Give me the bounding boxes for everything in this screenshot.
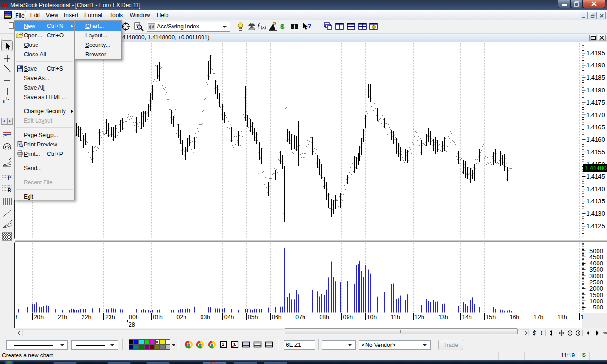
svg-text:02h: 02h	[177, 314, 187, 320]
svg-text:12h: 12h	[414, 314, 424, 320]
svg-text:09h: 09h	[343, 314, 353, 320]
svg-text:I: I	[541, 330, 543, 336]
svg-text:1.4185: 1.4185	[586, 74, 605, 81]
svg-text:1.41480: 1.41480	[585, 165, 607, 172]
svg-text:16h: 16h	[510, 314, 520, 320]
svg-text:08h: 08h	[319, 314, 329, 320]
svg-text:1.4135: 1.4135	[586, 198, 605, 205]
svg-text:20h: 20h	[34, 314, 44, 320]
svg-text:06h: 06h	[272, 314, 282, 320]
svg-text:(x): (x)	[261, 25, 266, 30]
svg-text:22h: 22h	[82, 314, 92, 320]
svg-text:1.4190: 1.4190	[586, 62, 605, 69]
svg-text:11h: 11h	[391, 314, 400, 320]
svg-text:1.4130: 1.4130	[586, 210, 605, 217]
svg-text:15h: 15h	[486, 314, 496, 320]
svg-text:1.4140: 1.4140	[586, 185, 605, 192]
svg-text:h: h	[16, 314, 19, 320]
svg-text:07h: 07h	[295, 314, 305, 320]
svg-text:00h: 00h	[129, 314, 139, 320]
svg-text:04h: 04h	[224, 314, 234, 320]
svg-text:01h: 01h	[153, 314, 163, 320]
svg-text:s: s	[3, 99, 5, 104]
svg-text:1.4125: 1.4125	[586, 222, 605, 229]
svg-text:$: $	[280, 22, 285, 30]
svg-text:?: ?	[307, 22, 312, 30]
svg-text:1.4180: 1.4180	[586, 87, 605, 94]
svg-text:18h: 18h	[557, 314, 567, 320]
svg-text:500: 500	[593, 304, 603, 311]
svg-text:21h: 21h	[58, 314, 68, 320]
svg-text:P: P	[8, 175, 11, 181]
svg-text:1.4155: 1.4155	[586, 148, 605, 155]
svg-text:1.4165: 1.4165	[586, 124, 605, 131]
svg-text:03h: 03h	[201, 314, 211, 320]
svg-text:13h: 13h	[438, 314, 448, 320]
svg-text:1.4175: 1.4175	[586, 99, 605, 106]
svg-text:23h: 23h	[105, 314, 115, 320]
svg-text:1.4160: 1.4160	[586, 136, 605, 143]
svg-text:1.4170: 1.4170	[586, 111, 605, 118]
svg-text:1.4145: 1.4145	[586, 173, 605, 180]
svg-text:1.4195: 1.4195	[586, 49, 605, 56]
svg-text:1: 1	[581, 314, 584, 320]
svg-text:05h: 05h	[248, 314, 258, 320]
svg-text:17h: 17h	[533, 314, 543, 320]
svg-text:R: R	[8, 187, 11, 193]
svg-text:14h: 14h	[462, 314, 472, 320]
svg-text:28: 28	[129, 321, 135, 328]
svg-text:f: f	[258, 23, 260, 30]
svg-text:10h: 10h	[367, 314, 377, 320]
